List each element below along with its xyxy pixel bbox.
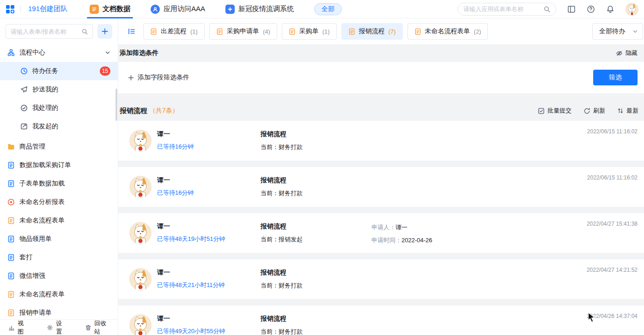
header-search-input[interactable] bbox=[463, 6, 540, 12]
list-tools: 批量提交 刷新 最新 bbox=[538, 107, 638, 115]
filter-card: 添加字段筛选条件 筛选 bbox=[118, 62, 644, 93]
refresh-button[interactable]: 刷新 bbox=[583, 107, 605, 115]
header-tab-app-access[interactable]: 应用访问AAA bbox=[140, 0, 215, 18]
avatar bbox=[129, 222, 152, 244]
task-row[interactable]: 谭一 已等待49天20小时55分钟 报销流程 当前：财务打款 2022/04/2… bbox=[118, 305, 644, 335]
status-filter-select[interactable]: 全部待办 bbox=[592, 23, 643, 40]
header-tab-doc-data[interactable]: 文档数据 bbox=[79, 0, 140, 18]
sidebar-item-label: 未命名流程表单 bbox=[19, 290, 65, 299]
doc-icon bbox=[7, 309, 15, 317]
sidebar-group-process-center[interactable]: 流程中心 bbox=[0, 43, 118, 62]
current-node: 当前：报销发起 bbox=[261, 235, 303, 244]
header-tab-label: 应用访问AAA bbox=[164, 5, 205, 13]
views-button[interactable]: 视图 bbox=[8, 319, 27, 335]
app-access-icon bbox=[151, 5, 160, 14]
process-tab-count: (4) bbox=[263, 28, 270, 35]
eye-off-icon bbox=[616, 50, 623, 57]
sort-newest-button[interactable]: 最新 bbox=[617, 107, 638, 115]
batch-submit-label: 批量提交 bbox=[547, 107, 571, 115]
help-icon[interactable] bbox=[587, 5, 595, 13]
sidebar-item-unnamed-process-form-2[interactable]: 未命名流程表单 bbox=[0, 285, 118, 304]
sidebar-item-data-load-po[interactable]: 数据加载采购订单 bbox=[0, 156, 118, 174]
edit-doc-icon bbox=[20, 123, 28, 130]
workbench-panel-icon[interactable] bbox=[567, 5, 576, 13]
hide-filter-toggle[interactable]: 隐藏 bbox=[616, 49, 638, 57]
status-filter-value: 全部待办 bbox=[599, 27, 625, 36]
sidebar-item-todo-tasks[interactable]: 待办任务 15 bbox=[0, 62, 118, 80]
process-tab-purchase-order[interactable]: 采购单 (1) bbox=[282, 23, 337, 40]
process-title: 报销流程 bbox=[261, 222, 303, 231]
avatar bbox=[129, 130, 152, 152]
avatar bbox=[129, 314, 152, 335]
collapse-panel-icon[interactable] bbox=[128, 27, 136, 36]
waiting-time: 已等待49天20小时55分钟 bbox=[157, 327, 225, 335]
add-form-button[interactable] bbox=[97, 24, 112, 39]
process-tab-count: (1) bbox=[322, 28, 330, 35]
filter-button[interactable]: 筛选 bbox=[593, 70, 638, 85]
app-grid-icon[interactable] bbox=[6, 5, 15, 14]
task-row[interactable]: 谭一 已等待48天19小时51分钟 报销流程 当前：报销发起 申请人：谭一 申请… bbox=[118, 213, 644, 253]
header-tab-covid-system[interactable]: 新冠疫情流调系统 bbox=[215, 0, 304, 18]
process-center-icon bbox=[7, 49, 15, 56]
process-tab-purchase-request[interactable]: 采购申请单 (4) bbox=[209, 23, 277, 40]
process-tab-label: 报销流程 bbox=[359, 27, 385, 36]
applicant-name: 谭一 bbox=[157, 176, 194, 185]
doc-icon bbox=[7, 272, 15, 280]
doc-icon bbox=[7, 235, 15, 243]
process-tab-count: (2) bbox=[474, 28, 481, 35]
process-tab-reimbursement[interactable]: 报销流程 (7) bbox=[341, 23, 403, 40]
process-tab-unnamed-form[interactable]: 未命名流程表单 (2) bbox=[407, 23, 488, 40]
batch-submit-button[interactable]: 批量提交 bbox=[538, 107, 571, 115]
task-row[interactable]: 谭一 已等待16分钟 报销流程 当前：财务打款 2022/06/15 11:16… bbox=[118, 167, 644, 207]
sidebar-item-label: 报销申请单 bbox=[19, 309, 52, 317]
sidebar-item-subform-data-load[interactable]: 子表单数据加载 bbox=[0, 174, 118, 193]
sidebar-item-unnamed-process-form-1[interactable]: 未命名流程表单 bbox=[0, 211, 118, 230]
applicant-name: 谭一 bbox=[157, 269, 225, 277]
sidebar-item-print-template[interactable]: 套打 bbox=[0, 248, 118, 267]
sidebar-item-product-mgmt[interactable]: 商品管理 bbox=[0, 138, 118, 156]
sidebar-item-label: 物品领用单 bbox=[19, 235, 52, 243]
doc-icon bbox=[7, 217, 15, 224]
sidebar-item-label: 待办任务 bbox=[32, 67, 58, 75]
applicant-field-label: 申请人： bbox=[371, 224, 395, 231]
sidebar-item-started-by-me[interactable]: 我发起的 bbox=[0, 117, 118, 136]
row-timestamp: 2022/04/27 15:41:38 bbox=[587, 221, 638, 227]
sidebar-item-handled-by-me[interactable]: 我处理的 bbox=[0, 99, 118, 117]
task-row[interactable]: 谭一 已等待16分钟 报销流程 当前：财务打款 2022/06/15 11:16… bbox=[118, 121, 644, 161]
task-row[interactable]: 谭一 已等待48天21小时11分钟 报销流程 当前：财务打款 2022/04/2… bbox=[118, 259, 644, 299]
active-tab-underline bbox=[87, 17, 133, 18]
filter-conditions-bar: 添加筛选条件 隐藏 bbox=[118, 44, 644, 62]
filter-conditions-title: 添加筛选条件 bbox=[120, 49, 158, 57]
process-title: 报销流程 bbox=[261, 315, 303, 323]
add-field-filter-button[interactable]: 添加字段筛选条件 bbox=[128, 73, 189, 82]
sidebar-item-cc-to-me[interactable]: 抄送我的 bbox=[0, 80, 118, 99]
process-tab-business-trip[interactable]: 出差流程 (1) bbox=[143, 23, 205, 40]
notification-bell-icon[interactable] bbox=[606, 5, 614, 13]
doc-icon bbox=[7, 162, 15, 169]
applicant-field-value: 谭一 bbox=[395, 224, 407, 231]
user-avatar[interactable] bbox=[626, 3, 638, 16]
list-count: （共7条） bbox=[149, 107, 179, 115]
sidebar-group-label: 流程中心 bbox=[19, 48, 45, 57]
sidebar-item-wechat-enhance[interactable]: 微信增强 bbox=[0, 267, 118, 285]
sidebar-scrollbar[interactable] bbox=[115, 89, 117, 121]
doc-icon bbox=[7, 291, 15, 298]
recycle-bin-button[interactable]: 回收站 bbox=[85, 319, 109, 335]
sidebar-search-input[interactable] bbox=[11, 28, 79, 35]
sort-label: 最新 bbox=[626, 107, 638, 115]
doc-icon bbox=[150, 28, 157, 35]
doc-icon bbox=[7, 254, 15, 261]
search-icon[interactable] bbox=[544, 6, 550, 12]
header-search[interactable] bbox=[457, 3, 556, 16]
covid-app-icon bbox=[225, 5, 235, 14]
header-divider bbox=[20, 6, 21, 13]
search-icon[interactable] bbox=[82, 29, 88, 35]
all-apps-pill[interactable]: 全部 bbox=[314, 3, 342, 15]
sidebar-search[interactable] bbox=[6, 24, 93, 39]
sidebar-item-item-requisition[interactable]: 物品领用单 bbox=[0, 230, 118, 248]
sidebar-item-unnamed-report[interactable]: 未命名分析报表 bbox=[0, 193, 118, 211]
team-name[interactable]: 191创建团队 bbox=[28, 5, 67, 13]
settings-button[interactable]: 设置 bbox=[47, 319, 66, 335]
waiting-time: 已等待48天21小时11分钟 bbox=[157, 281, 225, 289]
chevron-down-icon[interactable] bbox=[105, 50, 110, 55]
